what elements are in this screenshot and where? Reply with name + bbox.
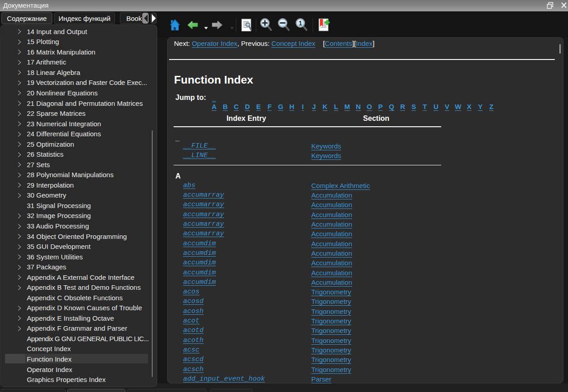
svg-text:1: 1 <box>299 20 302 27</box>
